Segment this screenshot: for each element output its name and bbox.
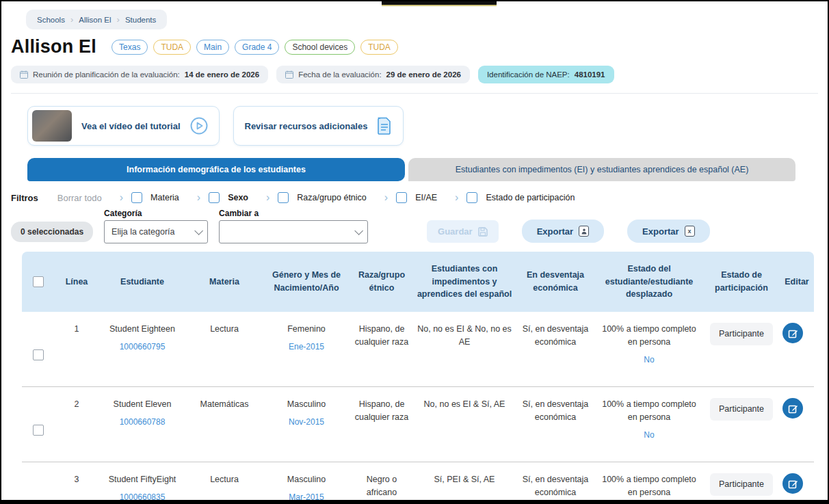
header-econ-disadvantage: En desventaja económica — [516, 269, 595, 295]
calendar-icon — [285, 70, 293, 79]
breadcrumb-item[interactable]: Schools — [37, 16, 65, 24]
filter-items: ›Materia›Sexo›Raza/grupo étnico›EI/AE›Es… — [102, 192, 575, 203]
breadcrumb-item[interactable]: Allison El — [79, 16, 111, 24]
filter-checkbox[interactable] — [466, 192, 477, 203]
export-pdf-button[interactable]: Exportar — [522, 220, 604, 243]
badge: Main — [196, 40, 229, 55]
chevron-right-icon: › — [266, 192, 269, 203]
edit-button[interactable] — [782, 473, 803, 494]
student-id-link[interactable]: 1000660788 — [120, 416, 166, 428]
birth-date-link[interactable]: Mar-2015 — [289, 491, 324, 503]
student-id-link[interactable]: 1000660835 — [120, 491, 166, 503]
student-name: Student Eighteen — [109, 323, 175, 336]
row-checkbox[interactable] — [33, 500, 44, 504]
subject: Lectura — [186, 473, 263, 486]
actions-bar: 0 seleccionadas Categoría Elija la categ… — [11, 209, 818, 243]
breadcrumb-item[interactable]: Students — [125, 16, 156, 24]
assessment-date-label: Fecha de la evaluación: — [298, 70, 381, 79]
category-label: Categoría — [104, 209, 208, 218]
tab-bar: Información demográfica de los estudiant… — [27, 158, 818, 181]
edit-button[interactable] — [782, 323, 803, 343]
race-ethnicity: Negro o africano americano, — [350, 473, 413, 504]
chevron-right-icon: › — [120, 192, 123, 203]
row-checkbox[interactable] — [33, 425, 44, 436]
header-participation: Estado de participación — [703, 269, 780, 295]
table-body: 1 Student Eighteen 1000660795 Lectura Fe… — [22, 312, 814, 504]
edit-icon — [788, 479, 798, 489]
additional-resources-button[interactable]: Revisar recursos adicionales — [233, 106, 404, 146]
row-checkbox[interactable] — [33, 349, 44, 360]
naep-id-pill: Identificación de NAEP: 4810191 — [478, 66, 614, 83]
filter-checkbox[interactable] — [131, 192, 142, 203]
breadcrumb: Schools›Allison El›Students — [26, 10, 167, 29]
tab-student-demographics[interactable]: Información demográfica de los estudiant… — [27, 158, 405, 181]
badge-list: TexasTUDAMainGrade 4School devicesTUDA — [111, 40, 398, 55]
chevron-right-icon: › — [455, 192, 458, 203]
additional-resources-label: Revisar recursos adicionales — [245, 121, 368, 131]
tab-sd-ell-students[interactable]: Estudiantes con impedimentos (EI) y estu… — [408, 158, 795, 181]
info-row: Reunión de planificación de la evaluació… — [11, 66, 818, 94]
edit-icon — [788, 328, 798, 339]
filter-checkbox[interactable] — [278, 192, 289, 203]
sd-ell-status: No, no es EI & Sí, AE — [413, 398, 516, 411]
page: Schools›Allison El›Students Allison El T… — [0, 0, 829, 504]
chevron-right-icon: › — [384, 192, 388, 203]
race-ethnicity: Hispano, de cualquier raza — [350, 323, 413, 349]
save-icon — [478, 227, 488, 237]
category-select[interactable]: Elija la categoría — [104, 220, 208, 243]
line-number: 2 — [55, 398, 98, 411]
tutorial-video-button[interactable]: Vea el vídeo del tutorial — [27, 106, 220, 146]
export-pdf-icon — [579, 226, 589, 237]
export-excel-label: Exportar — [642, 226, 679, 237]
students-table: Línea Estudiante Materia Género y Mes de… — [22, 252, 814, 504]
filters-bar: Filtros Borrar todo ›Materia›Sexo›Raza/g… — [11, 192, 818, 203]
student-name: Student FiftyEight — [109, 473, 176, 486]
student-id-link[interactable]: 1000660795 — [120, 341, 166, 353]
planning-date-label: Reunión de planificación de la evaluació… — [33, 70, 180, 79]
top-strip — [382, 1, 497, 6]
econ-disadvantage: Sí, en desventaja económica — [516, 473, 595, 499]
selected-count-badge: 0 seleccionadas — [11, 222, 93, 242]
displaced-link[interactable]: No — [644, 429, 654, 441]
filter-checkbox[interactable] — [396, 192, 407, 203]
edit-button[interactable] — [782, 398, 803, 419]
participation-badge: Participante — [710, 323, 773, 345]
birth-date-link[interactable]: Ene-2015 — [289, 341, 324, 353]
filter-label: Materia — [150, 193, 179, 202]
subject: Matemáticas — [186, 398, 263, 411]
assessment-date-value: 29 de enero de 2026 — [386, 70, 461, 79]
line-number: 1 — [55, 323, 98, 336]
filter-checkbox[interactable] — [209, 192, 220, 203]
change-to-select[interactable] — [219, 220, 368, 243]
header-subject: Materia — [186, 276, 263, 289]
filter-label: EI/AE — [415, 193, 437, 202]
page-title: Allison El — [11, 36, 96, 57]
displaced-link[interactable]: No — [644, 354, 654, 366]
student-status: 100% a tiempo completo en persona — [598, 398, 700, 424]
chevron-right-icon: › — [117, 14, 120, 25]
naep-id-value: 4810191 — [575, 70, 605, 79]
badge: School devices — [285, 40, 355, 55]
birth-date-link[interactable]: Nov-2015 — [289, 416, 324, 428]
edit-icon — [788, 403, 798, 414]
save-button[interactable]: Guardar — [427, 220, 499, 243]
badge: Texas — [111, 40, 148, 55]
save-button-label: Guardar — [438, 226, 473, 237]
badge: TUDA — [360, 40, 398, 55]
header-sd-ell: Estudiantes con impedimentos y aprendice… — [413, 263, 516, 301]
student-status: 100% a tiempo completo en persona — [598, 473, 700, 499]
select-all-checkbox[interactable] — [33, 276, 44, 287]
econ-disadvantage: Sí, en desventaja económica — [516, 323, 595, 349]
clear-all-button[interactable]: Borrar todo — [57, 193, 102, 203]
naep-id-label: Identificación de NAEP: — [487, 70, 570, 79]
header-edit: Editar — [780, 276, 814, 289]
badge: Grade 4 — [235, 40, 279, 55]
gender: Masculino — [287, 473, 326, 486]
sd-ell-status: No, no es EI & No, no es AE — [413, 323, 516, 349]
export-excel-button[interactable]: Exportar x — [627, 220, 709, 243]
header-student: Estudiante — [98, 276, 186, 289]
header-student-status: Estado del estudiante/estudiante desplaz… — [595, 263, 703, 301]
filter-label: Raza/grupo étnico — [297, 193, 366, 202]
calendar-icon — [20, 70, 28, 79]
table-header-row: Línea Estudiante Materia Género y Mes de… — [22, 252, 814, 312]
